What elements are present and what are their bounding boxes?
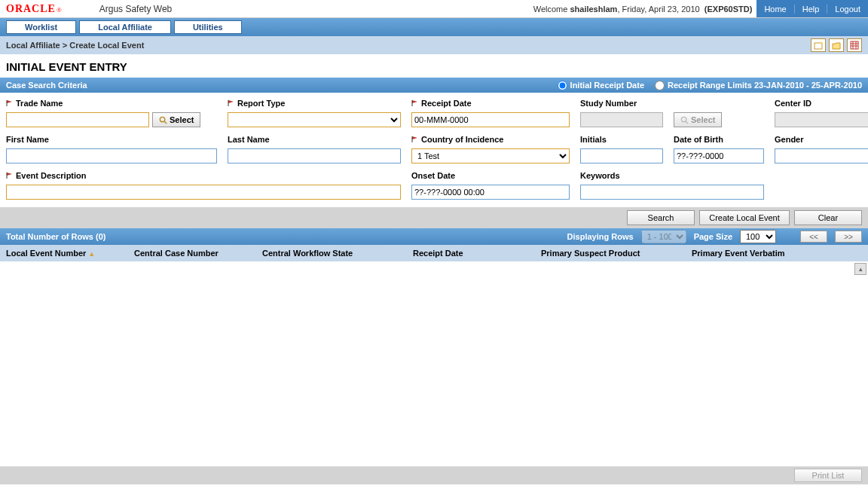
- tab-utilities[interactable]: Utilities: [174, 20, 242, 34]
- study-number-select-button: Select: [674, 112, 722, 127]
- welcome-date: Friday, April 23, 2010: [622, 5, 700, 14]
- svg-line-14: [164, 121, 167, 124]
- print-list-button: Print List: [794, 469, 862, 482]
- clear-button[interactable]: Clear: [794, 210, 862, 225]
- radio-receipt-range[interactable]: Receipt Range Limits 23-JAN-2010 - 25-AP…: [655, 81, 862, 90]
- label-first-name: First Name: [6, 135, 217, 144]
- page-size-select[interactable]: 100: [740, 230, 776, 243]
- label-dob: Date of Birth: [674, 135, 764, 144]
- label-study-number: Study Number: [580, 99, 764, 108]
- trade-name-select-button[interactable]: Select: [152, 112, 200, 127]
- tab-local-affiliate[interactable]: Local Affiliate: [79, 20, 171, 34]
- col-local-event[interactable]: Local Event Number▲: [6, 249, 134, 258]
- gender-select[interactable]: [775, 148, 868, 163]
- pager-prev-button[interactable]: <<: [800, 231, 827, 243]
- oracle-text: ORACLE: [6, 3, 56, 15]
- col-verbatim[interactable]: Primary Event Verbatim: [692, 249, 853, 258]
- report-type-select[interactable]: [228, 112, 401, 127]
- svg-marker-7: [7, 100, 12, 103]
- create-local-event-button[interactable]: Create Local Event: [699, 210, 790, 225]
- footer-bar: Print List: [0, 466, 868, 484]
- radio-range-label: Receipt Range Limits 23-JAN-2010 - 25-AP…: [668, 81, 862, 90]
- svg-line-16: [686, 121, 688, 124]
- pager-next-button[interactable]: >>: [835, 231, 862, 243]
- svg-marker-11: [412, 100, 417, 103]
- initials-input[interactable]: [580, 148, 663, 163]
- label-trade-name: Trade Name: [6, 99, 217, 108]
- help-link[interactable]: Help: [795, 5, 828, 14]
- svg-point-15: [681, 117, 686, 121]
- home-link[interactable]: Home: [756, 5, 794, 14]
- form-area: Trade Name Report Type Receipt Date Stud…: [0, 93, 868, 207]
- new-icon[interactable]: [811, 38, 826, 52]
- top-header: ORACLE® Argus Safety Web Welcome shailes…: [0, 0, 868, 18]
- results-header: Total Number of Rows (0) Displaying Rows…: [0, 228, 868, 245]
- svg-marker-19: [7, 173, 12, 176]
- col-workflow[interactable]: Central Workflow State: [262, 249, 413, 258]
- flag-icon: [228, 99, 235, 107]
- radio-initial-receipt[interactable]: Initial Receipt Date: [558, 81, 644, 90]
- form-button-bar: Search Create Local Event Clear: [0, 207, 868, 228]
- col-receipt-date[interactable]: Receipt Date: [413, 249, 541, 258]
- open-icon[interactable]: [829, 38, 844, 52]
- app-title: Argus Safety Web: [99, 4, 173, 14]
- svg-rect-0: [815, 43, 822, 49]
- total-rows-label: Total Number of Rows (0): [6, 232, 105, 241]
- radio-initial-receipt-input[interactable]: [558, 81, 567, 90]
- breadcrumb-bar: Local Affiliate > Create Local Event: [0, 36, 868, 54]
- col-suspect[interactable]: Primary Suspect Product: [541, 249, 692, 258]
- onset-date-input[interactable]: [411, 185, 570, 200]
- page-title: INITIAL EVENT ENTRY: [0, 54, 868, 78]
- radio-receipt-range-input[interactable]: [655, 81, 665, 90]
- flag-icon: [6, 172, 14, 179]
- flag-icon: [411, 99, 419, 107]
- welcome-prefix: Welcome: [533, 5, 570, 14]
- label-report-type: Report Type: [228, 99, 401, 108]
- label-receipt-date: Receipt Date: [411, 99, 570, 108]
- last-name-input[interactable]: [228, 148, 401, 163]
- displaying-rows-label: Displaying Rows: [567, 232, 634, 241]
- label-initials: Initials: [580, 135, 663, 144]
- country-select[interactable]: 1 Test: [411, 148, 570, 163]
- search-button[interactable]: Search: [627, 210, 695, 225]
- event-description-input[interactable]: [6, 185, 401, 200]
- welcome-user: shaileshlam: [570, 5, 617, 14]
- grid-icon[interactable]: [847, 38, 862, 52]
- svg-marker-17: [412, 136, 417, 139]
- keywords-input[interactable]: [580, 185, 764, 200]
- menu-bar: Worklist Local Affiliate Utilities: [0, 18, 868, 36]
- page-size-label: Page Size: [694, 232, 732, 241]
- dob-input[interactable]: [674, 148, 764, 163]
- svg-marker-1: [821, 41, 823, 44]
- logout-link[interactable]: Logout: [827, 5, 868, 14]
- oracle-logo: ORACLE®: [6, 3, 62, 15]
- results-column-headers: Local Event Number▲ Central Case Number …: [0, 245, 868, 261]
- receipt-date-input[interactable]: [411, 112, 570, 127]
- flag-icon: [411, 136, 419, 143]
- case-search-criteria-header: Case Search Criteria Initial Receipt Dat…: [0, 78, 868, 93]
- breadcrumb: Local Affiliate > Create Local Event: [6, 41, 144, 50]
- sort-asc-icon: ▲: [88, 250, 95, 258]
- trade-name-input[interactable]: [6, 112, 149, 127]
- displaying-rows-select: 1 - 100: [641, 230, 686, 243]
- scroll-up-icon[interactable]: ▴: [854, 263, 866, 275]
- label-center-id: Center ID: [775, 99, 868, 108]
- welcome-text: Welcome shaileshlam, Friday, April 23, 2…: [533, 5, 757, 14]
- svg-point-13: [160, 117, 164, 121]
- col-central-case[interactable]: Central Case Number: [134, 249, 262, 258]
- center-id-input: [775, 112, 868, 127]
- tab-worklist[interactable]: Worklist: [6, 20, 76, 34]
- welcome-env: (EXP60STD): [704, 5, 753, 14]
- study-number-input: [580, 112, 663, 127]
- flag-icon: [6, 99, 14, 107]
- section-title: Case Search Criteria: [6, 81, 87, 90]
- first-name-input[interactable]: [6, 148, 217, 163]
- label-country: Country of Incidence: [411, 135, 570, 144]
- radio-initial-label: Initial Receipt Date: [570, 81, 644, 90]
- top-links: Home Help Logout: [756, 0, 868, 17]
- svg-marker-9: [228, 100, 234, 103]
- label-gender: Gender: [775, 135, 868, 144]
- label-event-desc: Event Description: [6, 171, 401, 180]
- label-onset-date: Onset Date: [411, 171, 570, 180]
- oracle-dot: ®: [57, 6, 62, 14]
